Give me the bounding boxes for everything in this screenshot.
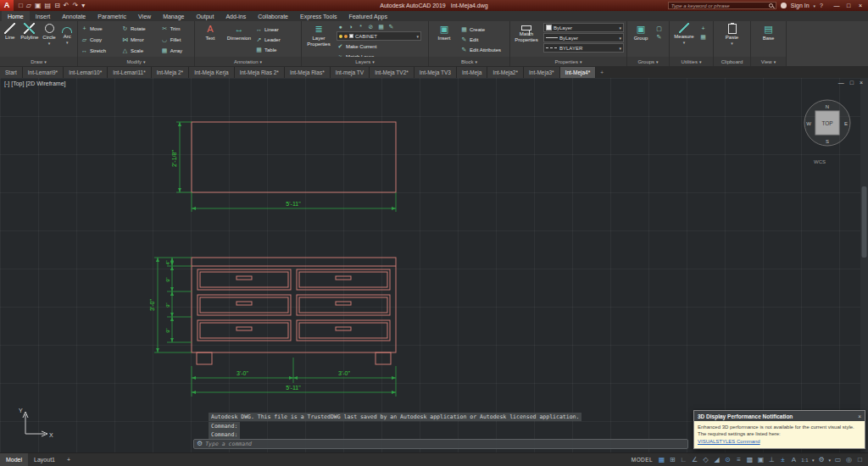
viewcube-south[interactable]: S	[826, 139, 829, 144]
wcs-dropdown[interactable]: WCS	[814, 159, 826, 164]
grid-icon[interactable]: ▦	[658, 456, 665, 463]
tab-featured-apps[interactable]: Featured Apps	[342, 11, 393, 21]
drawing-canvas[interactable]: 2'-1/8" 5'-11" 4" 9" 9" 9" 3'-0" 3'-0" 3…	[0, 78, 868, 452]
viewport-menu-visual-style[interactable]: [2D Wireframe]	[25, 80, 65, 86]
file-tab[interactable]: Int-Meja Rias 2*	[235, 67, 285, 78]
polar-tracking-icon[interactable]: ∠	[691, 456, 698, 463]
help-icon[interactable]: ?	[820, 3, 823, 8]
search-input[interactable]	[671, 3, 767, 8]
keyword-search[interactable]	[668, 2, 776, 9]
viewcube-west[interactable]: W	[806, 121, 811, 126]
panel-title-properties[interactable]: Properties ▾	[510, 57, 626, 66]
linear-dimension-tool[interactable]: ↔Linear	[255, 25, 281, 34]
paste-tool[interactable]: Paste ▾	[720, 23, 745, 46]
file-tab[interactable]: Int-Meja TV2*	[370, 67, 415, 78]
file-tab[interactable]: Int-Meja2*	[487, 67, 524, 78]
line-tool[interactable]: Line	[3, 23, 17, 41]
linetype-dropdown[interactable]: BYLAYER ▾	[543, 43, 624, 53]
move-tool[interactable]: +Move	[81, 24, 115, 33]
workspace-caret-icon[interactable]: ▾	[828, 458, 831, 463]
ortho-icon[interactable]: ∟	[680, 456, 687, 463]
file-tab[interactable]: Int-Lemari11*	[108, 67, 152, 78]
layout1-tab[interactable]: Layout1	[28, 453, 61, 466]
close-button[interactable]: ×	[854, 3, 866, 8]
file-tab[interactable]: Int-meja TV	[331, 67, 370, 78]
doc-minimize-button[interactable]: —	[838, 80, 844, 86]
dimension-tool[interactable]: ↔ Dimension	[226, 23, 252, 42]
insert-block-tool[interactable]: ▣ Insert	[431, 23, 457, 42]
panel-title-modify[interactable]: Modify ▾	[78, 57, 194, 66]
panel-title-block[interactable]: Block ▾	[429, 57, 509, 66]
group-tool[interactable]: ▣ Group	[630, 23, 652, 42]
tab-addins[interactable]: Add-ins	[220, 11, 252, 21]
viewcube-north[interactable]: N	[826, 104, 829, 109]
layer-walk-icon[interactable]: ▦	[377, 23, 385, 31]
workspace-icon[interactable]: ⚙	[817, 456, 825, 463]
tab-insert[interactable]: Insert	[30, 11, 57, 21]
panel-title-utilities[interactable]: Utilities ▾	[670, 57, 713, 66]
snap-icon[interactable]: ⊞	[669, 456, 676, 463]
rotate-tool[interactable]: ↻Rotate	[121, 24, 155, 33]
dynamic-input-icon[interactable]: ±	[779, 456, 787, 463]
quick-properties-icon[interactable]: ▭	[834, 456, 842, 463]
signin-avatar-icon[interactable]	[781, 3, 787, 8]
doc-restore-button[interactable]: □	[850, 80, 854, 86]
annotation-visibility-icon[interactable]: A	[790, 456, 798, 463]
search-icon[interactable]	[769, 3, 773, 8]
panel-title-groups[interactable]: Groups ▾	[627, 57, 669, 66]
viewport-menu-view[interactable]: [Top]	[11, 80, 24, 86]
selection-cycling-icon[interactable]: ▣	[757, 456, 765, 463]
scale-tool[interactable]: △Scale	[121, 46, 155, 55]
panel-title-annotation[interactable]: Annotation ▾	[195, 57, 301, 66]
tab-express-tools[interactable]: Express Tools	[294, 11, 342, 21]
save-icon[interactable]: ▣	[35, 0, 42, 11]
array-tool[interactable]: ▦Array	[161, 46, 192, 55]
undo-icon[interactable]: ↶	[64, 0, 70, 11]
layer-off-icon[interactable]: ●	[337, 23, 344, 31]
save-as-icon[interactable]: ▤	[45, 0, 52, 11]
table-tool[interactable]: ▦Table	[255, 45, 281, 54]
maximize-button[interactable]: □	[843, 3, 854, 8]
cabinet-leg-right[interactable]	[376, 352, 391, 364]
isolate-objects-icon[interactable]: ◎	[845, 456, 853, 463]
doc-close-button[interactable]: ×	[860, 80, 863, 86]
qat-dropdown-icon[interactable]: ▾	[81, 0, 85, 11]
match-properties-tool[interactable]: Match Properties	[513, 23, 540, 42]
panel-title-clipboard[interactable]: Clipboard	[714, 57, 750, 66]
clean-screen-icon[interactable]: □	[856, 456, 864, 463]
ungroup-icon[interactable]: ▢	[655, 25, 663, 32]
cabinet-leg-left[interactable]	[197, 352, 212, 364]
tab-collaborate[interactable]: Collaborate	[252, 11, 294, 21]
tabletop-outline[interactable]	[192, 122, 396, 192]
vertical-scrollbar-thumb[interactable]	[862, 186, 867, 258]
lineweight-icon[interactable]: ≡	[735, 456, 743, 463]
file-tab[interactable]: Int-Meja Rias*	[285, 67, 331, 78]
trim-tool[interactable]: ✂Trim	[161, 24, 192, 33]
autocad-logo-icon[interactable]: A	[0, 0, 14, 11]
file-tab[interactable]: Int-Meja Kerja	[189, 67, 234, 78]
panel-title-layers[interactable]: Layers ▾	[302, 57, 428, 66]
base-view-tool[interactable]: ▤ Base	[756, 23, 782, 42]
customize-icon[interactable]: ⚙	[197, 440, 203, 448]
measure-tool[interactable]: Measure ▾	[672, 23, 696, 45]
file-tab[interactable]: Int-Lemari9*	[23, 67, 64, 78]
command-line[interactable]: ⚙	[193, 439, 688, 449]
copy-tool[interactable]: ▱Copy	[81, 35, 115, 44]
cabinet-geometry[interactable]	[192, 122, 396, 364]
quick-select-icon[interactable]: ▦	[699, 33, 707, 41]
viewcube-top-label[interactable]: TOP	[821, 120, 832, 126]
file-tab-active[interactable]: Int-Meja4*	[560, 67, 597, 78]
open-file-icon[interactable]: ▱	[26, 0, 31, 11]
redo-icon[interactable]: ↷	[73, 0, 79, 11]
group-edit-icon[interactable]: ✎	[655, 33, 663, 41]
create-block-tool[interactable]: ▦Create	[460, 25, 501, 34]
annotation-scale-caret-icon[interactable]: ▾	[812, 458, 815, 463]
tab-output[interactable]: Output	[190, 11, 220, 21]
model-tab[interactable]: Model	[0, 453, 28, 466]
model-space-label[interactable]: MODEL	[632, 457, 653, 463]
layer-lock-icon[interactable]: ⊘	[367, 23, 375, 31]
id-point-icon[interactable]: +	[699, 25, 707, 32]
dynamic-ucs-icon[interactable]: ⊥	[768, 456, 776, 463]
tab-manage[interactable]: Manage	[157, 11, 190, 21]
polyline-tool[interactable]: Polyline	[20, 23, 38, 41]
